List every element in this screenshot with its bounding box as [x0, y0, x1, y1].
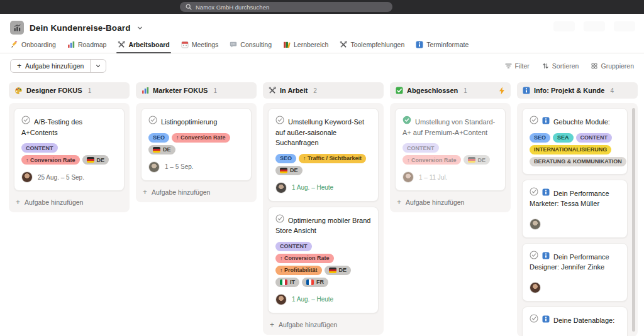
tab-meetings[interactable]: Meetings — [175, 38, 225, 53]
card-title-row: A/B-Testing des A+Contents — [21, 116, 117, 138]
card-meta-row: 1 – 11 Jul. — [402, 171, 498, 183]
tag-pill: SEA — [553, 133, 574, 143]
tab-onboarding[interactable]: Onboarding — [5, 38, 62, 53]
tag-label: ↑ Conversion Rate — [280, 255, 330, 261]
top-bar: Namox GmbH durchsuchen — [0, 0, 644, 14]
column-name: Marketer FOKUS — [153, 87, 208, 94]
info-icon — [542, 252, 553, 259]
tag-label: DE — [163, 146, 171, 153]
tag-pill: DE — [325, 266, 352, 275]
column-header-info-projekt-kunde[interactable]: Info: Projekt & Kunde4 — [517, 82, 638, 99]
task-card[interactable]: Dein Performance Marketer: Tessa Müller — [522, 180, 628, 238]
tools-icon — [118, 41, 125, 48]
task-card[interactable]: Optimierung mobiler Brand Store AnsichtC… — [268, 207, 379, 313]
plus-icon: + — [143, 188, 147, 196]
check-circle-icon[interactable] — [530, 251, 542, 259]
task-card[interactable]: ListingoptimierungSEO↑ Conversion RateDE… — [141, 108, 252, 181]
tag-pill: BERATUNG & KOMMUNIKATION — [530, 157, 626, 166]
tag-label: DE — [97, 157, 105, 163]
tag-label: CONTENT — [26, 145, 53, 151]
tab-lernbereich[interactable]: Lernbereich — [277, 38, 334, 53]
tag-pill: SEO — [148, 133, 169, 143]
check-circle-done-icon[interactable] — [402, 116, 415, 124]
card-meta-row: 25 Aug. – 5 Sep. — [21, 171, 117, 183]
tab-roadmap[interactable]: Roadmap — [62, 38, 113, 53]
assignee-avatar — [21, 171, 33, 183]
tag-label: DE — [339, 267, 347, 273]
tag-label: SEO — [534, 134, 546, 141]
tab-arbeitsboard[interactable]: Arbeitsboard — [112, 38, 175, 53]
tag-label: SEA — [557, 134, 569, 141]
column-header-abgeschlossen[interactable]: Abgeschlossen1 — [390, 82, 511, 99]
tab-terminformate[interactable]: Terminformate — [410, 38, 474, 53]
page-title[interactable]: Dein Kundenreise-Board — [30, 23, 130, 33]
sort-button[interactable]: Sortieren — [542, 62, 579, 70]
tab-label: Consulting — [240, 41, 272, 48]
tag-row: CONTENT↑ Conversion RateDE — [21, 143, 117, 165]
column-task-count: 2 — [313, 87, 317, 94]
column-header-marketer-fokus[interactable]: Marketer FOKUS1 — [136, 82, 257, 99]
title-dropdown-button[interactable] — [137, 25, 143, 31]
task-card[interactable]: Dein Performance Designer: Jennifer Zink… — [522, 243, 628, 301]
card-title-row: Optimierung mobiler Brand Store Ansicht — [275, 214, 371, 236]
add-task-link[interactable]: +Aufgabe hinzufügen — [14, 196, 125, 207]
global-search-input[interactable]: Namox GmbH durchsuchen — [180, 2, 392, 12]
card-title-text: Umstellung von Standard-A+ auf Premium-A… — [402, 118, 495, 136]
check-green-icon — [396, 87, 403, 94]
flag-de-icon — [87, 157, 94, 163]
tag-label: ↑ Conversion Rate — [176, 134, 226, 141]
column-scrollbar[interactable] — [632, 108, 635, 332]
check-circle-icon[interactable] — [148, 116, 161, 124]
card-meta-row — [530, 282, 620, 293]
tab-toolempfehlungen[interactable]: Toolempfehlungen — [334, 38, 410, 53]
column-body: Umstellung von Standard-A+ auf Premium-A… — [390, 103, 511, 212]
task-card[interactable]: Deine Datenablage: — [522, 306, 628, 336]
add-task-link[interactable]: +Aufgabe hinzufügen — [395, 196, 506, 207]
tab-label: Arbeitsboard — [128, 41, 169, 48]
tab-consulting[interactable]: Consulting — [224, 38, 277, 53]
add-task-link[interactable]: +Aufgabe hinzufügen — [141, 186, 252, 197]
plus-icon: + — [16, 198, 20, 206]
faded-action-placeholder — [553, 21, 575, 31]
column-body: Gebuchte Module:SEOSEACONTENTINTERNATION… — [517, 103, 638, 336]
due-date: 1 – 5 Sep. — [165, 163, 194, 170]
task-card[interactable]: Umstellung von Standard-A+ auf Premium-A… — [395, 108, 506, 191]
card-title-row: Deine Datenablage: — [530, 314, 620, 326]
tab-label: Meetings — [192, 41, 219, 48]
check-circle-icon[interactable] — [21, 116, 34, 124]
add-task-link-label: Aufgabe hinzufügen — [25, 198, 83, 206]
bar-chart-icon — [67, 41, 75, 48]
tag-pill: DE — [275, 166, 303, 175]
task-card[interactable]: A/B-Testing des A+ContentsCONTENT↑ Conve… — [14, 108, 125, 191]
header-faded-actions — [553, 21, 635, 31]
check-circle-icon[interactable] — [530, 116, 542, 124]
add-task-button-label: Aufgabe hinzufügen — [25, 62, 84, 70]
tag-pill: DE — [82, 155, 109, 165]
info-icon — [523, 87, 530, 94]
group-button[interactable]: Gruppieren — [591, 62, 634, 70]
card-title-row: Listingoptimierung — [148, 116, 244, 127]
check-circle-icon[interactable] — [530, 314, 542, 323]
check-circle-icon[interactable] — [275, 116, 288, 124]
check-circle-icon[interactable] — [530, 187, 542, 196]
add-task-button[interactable]: + Aufgabe hinzufügen — [11, 60, 90, 72]
add-task-link[interactable]: +Aufgabe hinzufügen — [268, 318, 379, 330]
column-header-in-arbeit[interactable]: In Arbeit2 — [263, 82, 384, 99]
check-circle-icon[interactable] — [275, 214, 288, 223]
sort-label: Sortieren — [552, 62, 579, 70]
task-card[interactable]: Umstellung Keyword-Set auf außer-saisona… — [268, 108, 379, 202]
column-body: ListingoptimierungSEO↑ Conversion RateDE… — [136, 103, 257, 202]
tag-label: FR — [316, 279, 324, 285]
tag-pill: FR — [302, 278, 328, 287]
add-task-menu-button[interactable] — [90, 60, 106, 72]
search-icon — [186, 4, 192, 10]
card-meta-row: 1 Aug. – Heute — [275, 182, 371, 193]
view-tabs: OnboardingRoadmapArbeitsboardMeetingsCon… — [0, 38, 644, 53]
tools-icon — [340, 41, 347, 48]
bar-chart-mono-icon — [13, 24, 21, 32]
task-card[interactable]: Gebuchte Module:SEOSEACONTENTINTERNATION… — [522, 108, 628, 175]
tag-pill: ↑ Conversion Rate — [275, 254, 334, 263]
filter-button[interactable]: Filter — [505, 62, 530, 70]
lightning-icon[interactable] — [499, 87, 505, 95]
column-header-designer-fokus[interactable]: Designer FOKUS1 — [9, 82, 130, 99]
